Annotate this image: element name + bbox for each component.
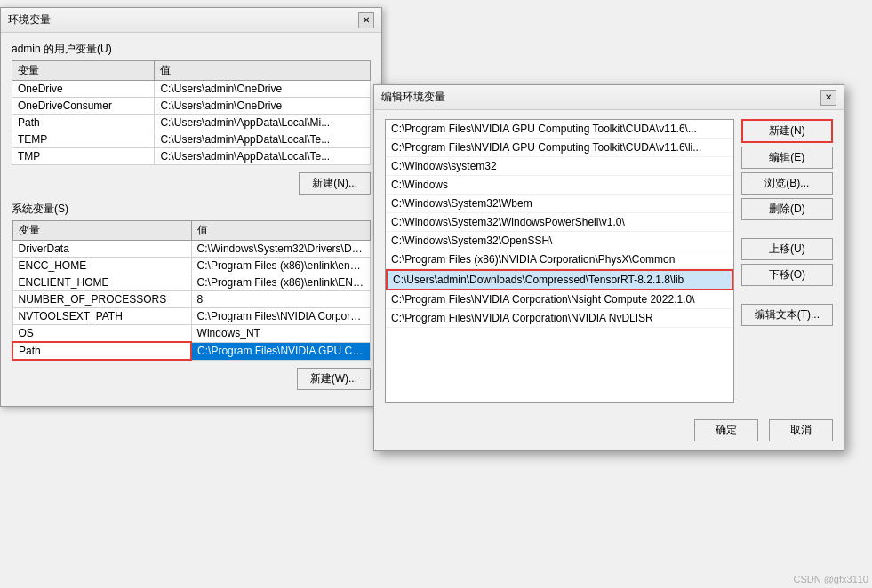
- system-table-row[interactable]: OSWindows_NT: [12, 325, 371, 343]
- path-list-item[interactable]: C:\Program Files\NVIDIA GPU Computing To…: [386, 120, 733, 139]
- system-col-val: 值: [191, 221, 370, 241]
- new-path-btn[interactable]: 新建(N): [741, 119, 833, 143]
- system-section-label: 系统变量(S): [12, 202, 371, 217]
- user-col-var: 变量: [12, 61, 155, 81]
- path-list-item[interactable]: C:\Program Files (x86)\NVIDIA Corporatio…: [386, 250, 733, 269]
- path-list: C:\Program Files\NVIDIA GPU Computing To…: [385, 119, 734, 403]
- move-down-btn[interactable]: 下移(O): [741, 264, 833, 286]
- user-var-cell: TEMP: [12, 131, 155, 148]
- system-var-table: 变量 值 DriverDataC:\Windows\System32\Drive…: [12, 220, 371, 361]
- user-var-cell: OneDriveConsumer: [12, 98, 155, 115]
- system-var-cell: OS: [12, 325, 191, 343]
- system-table-row[interactable]: ENCC_HOMEC:\Program Files (x86)\enlink\e…: [12, 258, 371, 274]
- system-table-row[interactable]: DriverDataC:\Windows\System32\Drivers\Dr…: [12, 241, 371, 258]
- watermark: CSDN @gfx3110: [793, 574, 868, 584]
- env-window-title: 环境变量: [8, 12, 51, 28]
- system-var-cell: ENCC_HOME: [12, 258, 191, 274]
- system-table-row[interactable]: ENCLIENT_HOMEC:\Program Files (x86)\enli…: [12, 274, 371, 291]
- system-val-cell: C:\Program Files\NVIDIA Corporati...: [191, 308, 370, 325]
- user-table-row[interactable]: OneDriveC:\Users\admin\OneDrive: [12, 81, 371, 98]
- delete-btn[interactable]: 删除(D): [741, 198, 833, 220]
- path-list-item[interactable]: C:\Users\admin\Downloads\Compressed\Tens…: [386, 269, 733, 290]
- system-table-row[interactable]: NUMBER_OF_PROCESSORS8: [12, 291, 371, 308]
- path-list-item[interactable]: C:\Program Files\NVIDIA GPU Computing To…: [386, 139, 733, 157]
- system-new-btn[interactable]: 新建(W)...: [297, 368, 371, 390]
- user-table-row[interactable]: TMPC:\Users\admin\AppData\Local\Te...: [12, 148, 371, 165]
- user-table-row[interactable]: TEMPC:\Users\admin\AppData\Local\Te...: [12, 131, 371, 148]
- system-val-cell: C:\Program Files\NVIDIA GPU Com...: [191, 342, 370, 360]
- system-btn-row: 新建(W)...: [12, 368, 371, 390]
- env-window: 环境变量 ✕ admin 的用户变量(U) 变量 值 OneDriveC:\Us…: [0, 7, 382, 407]
- user-var-cell: TMP: [12, 148, 155, 165]
- system-var-cell: Path: [12, 342, 191, 360]
- path-list-item[interactable]: C:\Windows: [386, 176, 733, 195]
- user-val-cell: C:\Users\admin\AppData\Local\Mi...: [155, 115, 371, 131]
- system-val-cell: 8: [191, 291, 370, 308]
- user-var-table: 变量 值 OneDriveC:\Users\admin\OneDriveOneD…: [12, 60, 371, 165]
- env-window-close[interactable]: ✕: [358, 12, 374, 28]
- env-window-body: admin 的用户变量(U) 变量 值 OneDriveC:\Users\adm…: [1, 33, 381, 406]
- user-btn-row: 新建(N)...: [12, 172, 371, 195]
- edit-dialog-body: C:\Program Files\NVIDIA GPU Computing To…: [374, 110, 844, 414]
- system-var-cell: NVTOOLSEXT_PATH: [12, 308, 191, 325]
- path-list-item[interactable]: C:\Windows\system32: [386, 157, 733, 176]
- system-val-cell: C:\Program Files (x86)\enlink\ENWA...: [191, 274, 370, 291]
- user-val-cell: C:\Users\admin\OneDrive: [155, 98, 371, 115]
- system-val-cell: Windows_NT: [191, 325, 370, 343]
- system-var-cell: ENCLIENT_HOME: [12, 274, 191, 291]
- system-table-row[interactable]: PathC:\Program Files\NVIDIA GPU Com...: [12, 342, 371, 360]
- path-list-item[interactable]: C:\Program Files\NVIDIA Corporation\NVID…: [386, 309, 733, 328]
- user-section-label: admin 的用户变量(U): [12, 42, 371, 57]
- edit-path-btn[interactable]: 编辑(E): [741, 147, 833, 169]
- edit-dialog: 编辑环境变量 ✕ C:\Program Files\NVIDIA GPU Com…: [373, 84, 844, 451]
- edit-dialog-title: 编辑环境变量: [381, 90, 445, 105]
- path-list-item[interactable]: C:\Windows\System32\Wbem: [386, 195, 733, 213]
- user-val-cell: C:\Users\admin\AppData\Local\Te...: [155, 148, 371, 165]
- system-col-var: 变量: [12, 221, 191, 241]
- path-list-item[interactable]: C:\Program Files\NVIDIA Corporation\Nsig…: [386, 290, 733, 309]
- ok-btn[interactable]: 确定: [694, 419, 758, 441]
- edit-dialog-close[interactable]: ✕: [820, 90, 836, 106]
- user-table-row[interactable]: OneDriveConsumerC:\Users\admin\OneDrive: [12, 98, 371, 115]
- system-var-cell: NUMBER_OF_PROCESSORS: [12, 291, 191, 308]
- user-val-cell: C:\Users\admin\OneDrive: [155, 81, 371, 98]
- user-col-val: 值: [155, 61, 371, 81]
- system-val-cell: C:\Windows\System32\Drivers\Driv...: [191, 241, 370, 258]
- env-window-titlebar: 环境变量 ✕: [1, 8, 381, 33]
- browse-btn[interactable]: 浏览(B)...: [741, 172, 833, 195]
- user-table-row[interactable]: PathC:\Users\admin\AppData\Local\Mi...: [12, 115, 371, 131]
- edit-dialog-titlebar: 编辑环境变量 ✕: [374, 85, 844, 110]
- edit-dialog-footer: 确定 取消: [374, 414, 844, 450]
- user-val-cell: C:\Users\admin\AppData\Local\Te...: [155, 131, 371, 148]
- user-new-btn[interactable]: 新建(N)...: [299, 172, 371, 195]
- path-list-item[interactable]: C:\Windows\System32\OpenSSH\: [386, 232, 733, 250]
- path-list-item[interactable]: C:\Windows\System32\WindowsPowerShell\v1…: [386, 213, 733, 232]
- system-table-row[interactable]: NVTOOLSEXT_PATHC:\Program Files\NVIDIA C…: [12, 308, 371, 325]
- system-val-cell: C:\Program Files (x86)\enlink\encc\...: [191, 258, 370, 274]
- edit-text-btn[interactable]: 编辑文本(T)...: [741, 304, 833, 326]
- cancel-btn[interactable]: 取消: [769, 419, 833, 441]
- system-var-cell: DriverData: [12, 241, 191, 258]
- move-up-btn[interactable]: 上移(U): [741, 238, 833, 260]
- user-var-cell: OneDrive: [12, 81, 155, 98]
- edit-btn-col: 新建(N) 编辑(E) 浏览(B)... 删除(D) 上移(U) 下移(O) 编…: [741, 119, 833, 403]
- user-var-cell: Path: [12, 115, 155, 131]
